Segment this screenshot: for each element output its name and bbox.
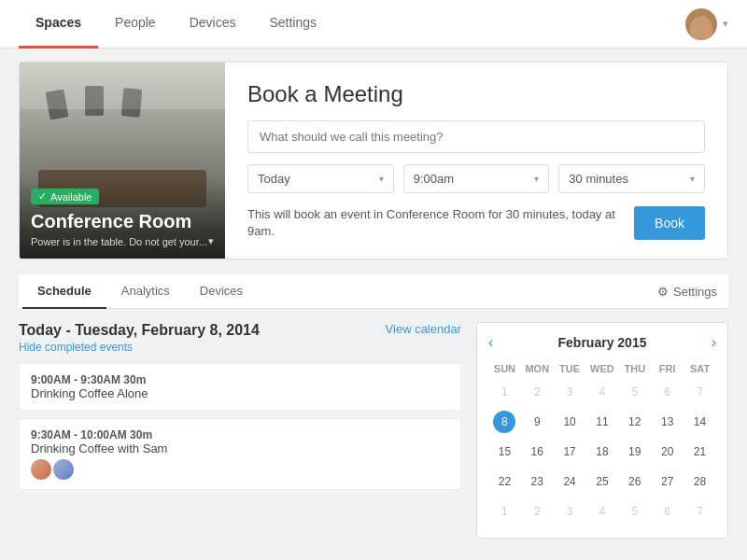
booking-options-row: Today ▾ 9:00am ▾ 30 minutes ▾ bbox=[247, 164, 705, 193]
hide-completed-link[interactable]: Hide completed events bbox=[19, 341, 461, 354]
event-item: 9:00AM - 9:30AM 30m Drinking Coffee Alon… bbox=[19, 363, 461, 411]
event-name: Drinking Coffee Alone bbox=[31, 386, 449, 400]
cal-header-tue: TUE bbox=[554, 360, 586, 377]
calendar-day[interactable]: 2 bbox=[521, 377, 554, 407]
event-item: 9:30AM - 10:00AM 30m Drinking Coffee wit… bbox=[19, 418, 461, 490]
calendar-grid: SUN MON TUE WED THU FRI SAT 123456789101… bbox=[488, 360, 716, 526]
calendar-day[interactable]: 6 bbox=[651, 377, 684, 407]
calendar-day[interactable]: 28 bbox=[684, 467, 716, 497]
duration-chevron-icon: ▾ bbox=[690, 174, 695, 184]
expand-icon[interactable]: ▾ bbox=[208, 235, 214, 247]
calendar-day[interactable]: 24 bbox=[554, 467, 586, 497]
calendar-day[interactable]: 14 bbox=[684, 407, 716, 437]
schedule-date: Today - Tuesday, February 8, 2014 bbox=[19, 322, 260, 339]
time-chevron-icon: ▾ bbox=[534, 174, 539, 184]
calendar-header: ‹ February 2015 › bbox=[488, 334, 716, 351]
calendar-day[interactable]: 12 bbox=[618, 407, 651, 437]
calendar-day[interactable]: 1 bbox=[488, 497, 521, 526]
calendar-day[interactable]: 19 bbox=[618, 437, 651, 467]
calendar-day[interactable]: 4 bbox=[586, 497, 619, 526]
day-select[interactable]: Today ▾ bbox=[247, 164, 394, 193]
calendar-day[interactable]: 1 bbox=[488, 377, 521, 407]
calendar-day[interactable]: 22 bbox=[488, 467, 521, 497]
avatar[interactable] bbox=[685, 8, 717, 40]
settings-tab[interactable]: ⚙ Settings bbox=[650, 275, 725, 308]
booking-form: Book a Meeting Today ▾ 9:00am ▾ 30 minut… bbox=[225, 63, 727, 259]
calendar-day[interactable]: 3 bbox=[554, 377, 586, 407]
nav-item-devices[interactable]: Devices bbox=[173, 0, 253, 49]
cal-header-thu: THU bbox=[618, 360, 651, 377]
calendar-day[interactable]: 25 bbox=[586, 467, 619, 497]
calendar-day[interactable]: 27 bbox=[651, 467, 684, 497]
day-chevron-icon: ▾ bbox=[379, 174, 384, 184]
calendar-day[interactable]: 6 bbox=[651, 497, 684, 526]
nav-bar: Spaces People Devices Settings ▾ bbox=[0, 0, 747, 49]
event-avatars bbox=[31, 459, 449, 480]
calendar-day[interactable]: 26 bbox=[618, 467, 651, 497]
cal-header-sun: SUN bbox=[488, 360, 521, 377]
calendar-day[interactable]: 11 bbox=[586, 407, 619, 437]
attendee-avatar bbox=[53, 459, 74, 480]
cal-header-fri: FRI bbox=[651, 360, 684, 377]
schedule-header: Today - Tuesday, February 8, 2014 View c… bbox=[19, 322, 461, 339]
cal-header-sat: SAT bbox=[684, 360, 716, 377]
calendar-day[interactable]: 8 bbox=[488, 407, 521, 437]
book-title: Book a Meeting bbox=[247, 81, 705, 107]
tab-devices[interactable]: Devices bbox=[185, 274, 258, 309]
booking-card: ✓ Available Conference Room Power is in … bbox=[19, 62, 728, 259]
nav-item-spaces[interactable]: Spaces bbox=[19, 0, 98, 49]
calendar-day[interactable]: 7 bbox=[684, 377, 716, 407]
room-image: ✓ Available Conference Room Power is in … bbox=[20, 63, 225, 259]
nav-item-settings[interactable]: Settings bbox=[252, 0, 333, 49]
calendar-day[interactable]: 9 bbox=[521, 407, 554, 437]
avatar-chevron[interactable]: ▾ bbox=[723, 18, 728, 30]
nav-item-people[interactable]: People bbox=[98, 0, 173, 49]
schedule-column: Today - Tuesday, February 8, 2014 View c… bbox=[19, 322, 461, 539]
calendar-day[interactable]: 16 bbox=[521, 437, 554, 467]
room-overlay: ✓ Available Conference Room Power is in … bbox=[20, 177, 225, 259]
calendar-day[interactable]: 4 bbox=[586, 377, 619, 407]
availability-badge: ✓ Available bbox=[31, 189, 99, 204]
tab-analytics[interactable]: Analytics bbox=[106, 274, 185, 309]
calendar-day[interactable]: 23 bbox=[521, 467, 554, 497]
nav-right: ▾ bbox=[685, 8, 728, 40]
cal-header-mon: MON bbox=[521, 360, 554, 377]
calendar-day[interactable]: 13 bbox=[651, 407, 684, 437]
booking-info-text: This will book an event in Conference Ro… bbox=[247, 206, 634, 240]
calendar-next-button[interactable]: › bbox=[712, 334, 716, 351]
book-button[interactable]: Book bbox=[634, 206, 705, 240]
check-icon: ✓ bbox=[38, 190, 47, 203]
calendar-day[interactable]: 2 bbox=[521, 497, 554, 526]
nav-items: Spaces People Devices Settings bbox=[19, 0, 333, 49]
meeting-name-input[interactable] bbox=[247, 120, 705, 153]
calendar-title: February 2015 bbox=[558, 335, 647, 350]
room-description: Power is in the table. Do not get your..… bbox=[31, 235, 214, 247]
calendar-prev-button[interactable]: ‹ bbox=[488, 334, 493, 351]
time-select[interactable]: 9:00am ▾ bbox=[403, 164, 550, 193]
calendar-day[interactable]: 18 bbox=[586, 437, 619, 467]
calendar-day[interactable]: 3 bbox=[554, 497, 586, 526]
calendar-day[interactable]: 5 bbox=[618, 377, 651, 407]
calendar-day[interactable]: 5 bbox=[618, 497, 651, 526]
calendar-widget: ‹ February 2015 › SUN MON TUE WED THU FR… bbox=[476, 322, 728, 539]
calendar-day[interactable]: 21 bbox=[684, 437, 716, 467]
room-name: Conference Room bbox=[31, 210, 214, 232]
gear-icon: ⚙ bbox=[657, 285, 669, 299]
calendar-day[interactable]: 17 bbox=[554, 437, 586, 467]
tab-schedule[interactable]: Schedule bbox=[22, 274, 106, 309]
event-time: 9:00AM - 9:30AM 30m bbox=[31, 373, 449, 386]
book-info-row: This will book an event in Conference Ro… bbox=[247, 206, 705, 240]
event-name: Drinking Coffee with Sam bbox=[31, 441, 449, 455]
calendar-day[interactable]: 20 bbox=[651, 437, 684, 467]
bottom-section: Today - Tuesday, February 8, 2014 View c… bbox=[19, 322, 728, 539]
calendar-day[interactable]: 10 bbox=[554, 407, 586, 437]
view-calendar-link[interactable]: View calendar bbox=[386, 322, 461, 336]
cal-header-wed: WED bbox=[586, 360, 619, 377]
duration-select[interactable]: 30 minutes ▾ bbox=[558, 164, 705, 193]
calendar-day[interactable]: 15 bbox=[488, 437, 521, 467]
event-time: 9:30AM - 10:00AM 30m bbox=[31, 428, 449, 441]
attendee-avatar bbox=[31, 459, 51, 480]
main-content: ✓ Available Conference Room Power is in … bbox=[0, 49, 747, 552]
tabs-row: Schedule Analytics Devices ⚙ Settings bbox=[19, 274, 728, 309]
calendar-day[interactable]: 7 bbox=[684, 497, 716, 526]
